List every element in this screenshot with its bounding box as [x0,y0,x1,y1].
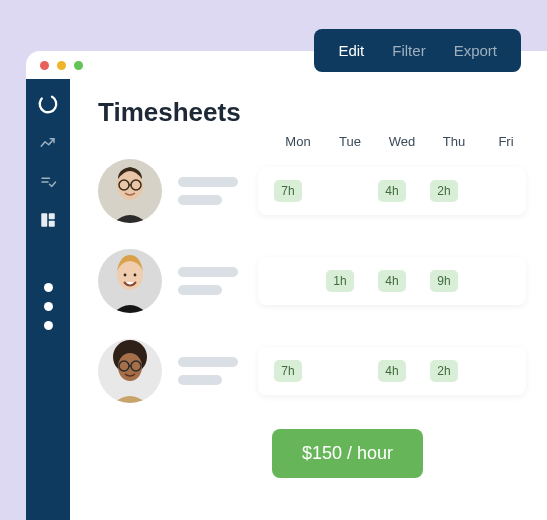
window-zoom-icon[interactable] [74,61,83,70]
placeholder-line [178,375,222,385]
placeholder-line [178,267,238,277]
day-label: Tue [324,134,376,149]
timesheet-row: 7h 4h 2h [98,339,547,403]
day-label: Mon [272,134,324,149]
svg-rect-3 [41,213,47,227]
day-label: Fri [480,134,532,149]
dot-icon [44,302,53,311]
hour-cell[interactable]: 4h [366,270,418,292]
toolbar-export[interactable]: Export [444,36,507,65]
layout-icon[interactable] [39,211,57,229]
hour-cell[interactable]: 7h [262,360,314,382]
placeholder-line [178,357,238,367]
svg-rect-5 [49,221,55,227]
timesheet-row: 7h 4h 2h [98,159,547,223]
placeholder-line [178,285,222,295]
list-check-icon[interactable] [39,173,57,191]
day-header-row: Mon Tue Wed Thu Fri [98,134,547,149]
svg-point-20 [118,353,142,381]
person-meta [178,357,238,385]
top-toolbar: Edit Filter Export [314,29,521,72]
timesheet-rows: 7h 4h 2h [98,159,547,403]
hours-card: 1h 4h 9h [258,257,526,305]
svg-rect-4 [49,213,55,219]
person-meta [178,267,238,295]
avatar[interactable] [98,159,162,223]
day-label: Thu [428,134,480,149]
window-minimize-icon[interactable] [57,61,66,70]
toolbar-edit[interactable]: Edit [328,36,374,65]
sidebar-indicator-dots [44,283,53,330]
svg-point-15 [124,274,127,277]
sidebar [26,79,70,520]
timesheet-row: 1h 4h 9h [98,249,547,313]
hour-cell[interactable]: 7h [262,180,314,202]
chart-icon[interactable] [39,135,57,153]
hour-cell[interactable]: 2h [418,180,470,202]
hour-cell[interactable]: 1h [314,270,366,292]
hour-cell[interactable]: 4h [366,180,418,202]
app-logo-icon [37,93,59,115]
hours-card: 7h 4h 2h [258,347,526,395]
day-label: Wed [376,134,428,149]
hour-cell[interactable]: 9h [418,270,470,292]
person-meta [178,177,238,205]
avatar[interactable] [98,249,162,313]
hours-card: 7h 4h 2h [258,167,526,215]
placeholder-line [178,177,238,187]
svg-point-0 [37,93,59,115]
hour-cell[interactable]: 2h [418,360,470,382]
rate-badge[interactable]: $150 / hour [272,429,423,478]
window-close-icon[interactable] [40,61,49,70]
svg-point-16 [134,274,137,277]
main-content: Timesheets Mon Tue Wed Thu Fri [70,79,547,520]
page-title: Timesheets [98,97,547,128]
toolbar-filter[interactable]: Filter [382,36,435,65]
avatar[interactable] [98,339,162,403]
dot-icon [44,321,53,330]
dot-icon [44,283,53,292]
app-window: Timesheets Mon Tue Wed Thu Fri [26,51,547,520]
hour-cell[interactable]: 4h [366,360,418,382]
placeholder-line [178,195,222,205]
